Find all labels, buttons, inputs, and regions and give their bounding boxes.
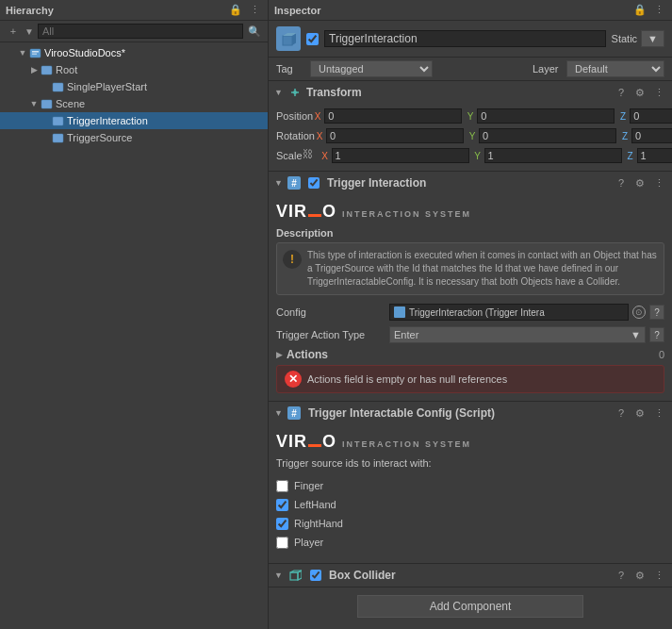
tree-item-trigger-interaction[interactable]: TriggerInteraction bbox=[0, 112, 268, 129]
description-warning-icon: ! bbox=[283, 250, 302, 269]
player-checkbox[interactable] bbox=[276, 537, 288, 549]
trigger-interaction-title: Trigger Interaction bbox=[327, 176, 610, 190]
trigger-interaction-enabled-checkbox[interactable] bbox=[308, 177, 320, 189]
rotation-row: Rotation X Y Z bbox=[276, 127, 664, 144]
scale-y-input[interactable] bbox=[484, 148, 622, 163]
transform-more-icon[interactable]: ⋮ bbox=[651, 85, 666, 100]
scale-label: Scale bbox=[276, 150, 303, 161]
hierarchy-header-icons: 🔒 ⋮ bbox=[228, 3, 262, 18]
scale-x-group: X bbox=[320, 148, 469, 163]
tic-help-icon[interactable]: ? bbox=[614, 406, 629, 421]
finger-checkbox[interactable] bbox=[276, 480, 288, 492]
static-label: Static bbox=[612, 33, 638, 44]
layer-dropdown[interactable]: Default bbox=[566, 60, 664, 77]
static-dropdown-btn[interactable]: ▼ bbox=[641, 30, 664, 47]
position-z-input[interactable] bbox=[630, 108, 672, 124]
tree-item-viroo-docs[interactable]: ▼ VirooStudioDocs* bbox=[0, 44, 268, 61]
object-header: Static ▼ bbox=[269, 21, 672, 58]
box-collider-help-icon[interactable]: ? bbox=[614, 568, 629, 583]
tic-settings-icon[interactable]: ⚙ bbox=[632, 406, 647, 421]
trigger-interaction-settings-icon[interactable]: ⚙ bbox=[632, 175, 647, 190]
inspector-more-icon[interactable]: ⋮ bbox=[651, 3, 666, 18]
scale-z-input[interactable] bbox=[637, 148, 672, 163]
tic-viroo-accent-bar bbox=[308, 444, 321, 447]
lefthand-checkbox[interactable] bbox=[276, 499, 288, 511]
trigger-interactable-config-header[interactable]: ▼ # Trigger Interactable Config (Script)… bbox=[269, 402, 672, 424]
scale-x-input[interactable] bbox=[332, 148, 469, 163]
transform-help-icon[interactable]: ? bbox=[614, 85, 629, 100]
rotation-fields: X Y Z bbox=[315, 128, 672, 143]
hierarchy-lock-icon[interactable]: 🔒 bbox=[228, 3, 243, 18]
inspector-lock-icon[interactable]: 🔒 bbox=[632, 3, 647, 18]
trigger-interaction-header[interactable]: ▼ # Trigger Interaction ? ⚙ ⋮ bbox=[269, 172, 672, 194]
viroo-docs-label: VirooStudioDocs* bbox=[44, 47, 125, 58]
rotation-z-input[interactable] bbox=[631, 128, 672, 143]
trigger-action-help-btn[interactable]: ? bbox=[649, 327, 664, 342]
root-label: Root bbox=[56, 64, 77, 75]
trigger-action-label: Trigger Action Type bbox=[276, 329, 389, 340]
position-y-group: Y bbox=[466, 108, 615, 124]
trigger-interaction-script-icon: # bbox=[287, 176, 301, 190]
tic-more-icon[interactable]: ⋮ bbox=[651, 406, 666, 421]
hierarchy-search-icon[interactable]: 🔍 bbox=[247, 24, 262, 39]
svg-rect-5 bbox=[41, 100, 52, 108]
hierarchy-toolbar: + ▼ 🔍 bbox=[0, 21, 268, 42]
box-collider-enabled-checkbox[interactable] bbox=[310, 570, 321, 581]
transform-actions: ? ⚙ ⋮ bbox=[614, 85, 666, 100]
svg-rect-6 bbox=[53, 117, 63, 125]
config-field-label: Config bbox=[276, 306, 389, 318]
scale-y-group: Y bbox=[473, 148, 622, 163]
rotation-z-group: Z bbox=[620, 128, 672, 143]
rot-z-label: Z bbox=[620, 131, 630, 141]
position-label: Position bbox=[276, 110, 313, 122]
tic-viroo-logo: VIR O INTERACTION SYSTEM bbox=[276, 432, 664, 452]
tree-item-single-player-start[interactable]: SinglePlayerStart bbox=[0, 78, 268, 95]
transform-settings-icon[interactable]: ⚙ bbox=[632, 85, 647, 100]
config-ref-circle[interactable]: ⊙ bbox=[632, 306, 646, 319]
config-help-btn[interactable]: ? bbox=[649, 305, 664, 320]
transform-title: Transform bbox=[306, 86, 610, 99]
box-collider-more-icon[interactable]: ⋮ bbox=[651, 568, 666, 583]
trigger-interaction-more-icon[interactable]: ⋮ bbox=[651, 175, 666, 190]
tic-body: VIR O INTERACTION SYSTEM Trigger source … bbox=[269, 424, 672, 563]
tree-item-trigger-source[interactable]: TriggerSource bbox=[0, 129, 268, 146]
box-collider-settings-icon[interactable]: ⚙ bbox=[632, 568, 647, 583]
viroo-accent-bar bbox=[308, 214, 321, 217]
object-enabled-checkbox[interactable] bbox=[306, 33, 319, 45]
transform-header[interactable]: ▼ Transform ? ⚙ ⋮ bbox=[269, 81, 672, 104]
tree-item-scene[interactable]: ▼ Scene bbox=[0, 95, 268, 112]
object-name-input[interactable] bbox=[324, 30, 606, 47]
position-y-input[interactable] bbox=[477, 108, 615, 124]
trigger-interaction-help-icon[interactable]: ? bbox=[614, 175, 629, 190]
static-row: Static ▼ bbox=[612, 30, 664, 47]
trigger-action-dropdown[interactable]: Enter ▼ bbox=[389, 326, 646, 343]
position-x-input[interactable] bbox=[324, 108, 462, 124]
box-collider-header[interactable]: ▼ Box Collider ? ⚙ ⋮ bbox=[269, 564, 672, 587]
hierarchy-more-icon[interactable]: ⋮ bbox=[247, 3, 262, 18]
righthand-label: RightHand bbox=[294, 518, 343, 529]
config-ref[interactable]: TriggerInteraction (Trigger Intera bbox=[389, 304, 629, 321]
rotation-label: Rotation bbox=[276, 130, 315, 141]
rotation-x-input[interactable] bbox=[326, 128, 464, 143]
tree-arrow: ▶ bbox=[28, 65, 40, 74]
position-fields: X Y Z bbox=[313, 108, 672, 124]
scale-fields: ⛓ X Y Z bbox=[303, 148, 672, 163]
tag-dropdown[interactable]: Untagged bbox=[310, 60, 433, 77]
rotation-y-input[interactable] bbox=[479, 128, 616, 143]
svg-rect-1 bbox=[32, 51, 39, 53]
trigger-interaction-icon bbox=[51, 114, 64, 127]
hierarchy-tree: ▼ VirooStudioDocs* ▶ Root SinglePlayerSt… bbox=[0, 42, 268, 629]
trigger-interaction-label: TriggerInteraction bbox=[67, 115, 148, 126]
righthand-checkbox[interactable] bbox=[276, 518, 288, 530]
add-component-btn[interactable]: Add Component bbox=[357, 595, 583, 618]
viroo-text: VIR bbox=[276, 202, 307, 222]
position-z-group: Z bbox=[618, 108, 672, 124]
hierarchy-add-icon[interactable]: + bbox=[6, 24, 21, 39]
tree-item-root[interactable]: ▶ Root bbox=[0, 61, 268, 78]
pos-y-label: Y bbox=[466, 111, 475, 122]
scale-link-icon[interactable]: ⛓ bbox=[303, 148, 313, 163]
trigger-action-chevron: ▼ bbox=[631, 329, 641, 340]
hierarchy-search-input[interactable] bbox=[38, 24, 243, 39]
inspector-header: Inspector 🔒 ⋮ bbox=[269, 0, 672, 21]
actions-error-text: Actions field is empty or has null refer… bbox=[307, 373, 507, 385]
